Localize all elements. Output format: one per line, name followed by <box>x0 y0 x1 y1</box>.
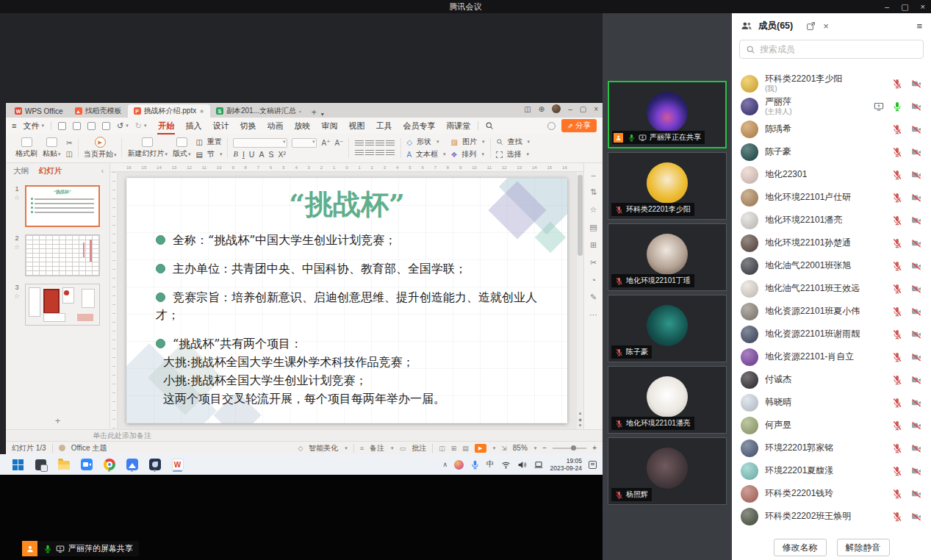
member-search-box[interactable] <box>739 40 924 59</box>
battery-device-icon[interactable] <box>533 460 544 470</box>
star-icon[interactable]: ☆ <box>14 292 20 300</box>
mic-muted-icon[interactable] <box>892 284 902 294</box>
member-row[interactable]: 地化环境22101潘亮 <box>732 209 931 231</box>
camera-off-icon[interactable] <box>910 147 922 157</box>
undo-icon[interactable]: ↺ <box>117 121 123 131</box>
menu-item[interactable]: 视图 <box>348 119 365 133</box>
chrome-icon[interactable] <box>103 457 115 472</box>
video-tile[interactable]: 地化环境22101潘亮 <box>608 366 727 434</box>
mic-muted-icon[interactable] <box>892 352 902 362</box>
select-button[interactable]: 选择▾ <box>496 149 531 159</box>
mic-muted-icon[interactable] <box>892 193 902 203</box>
member-row[interactable]: 环科类22202班王焕明 <box>732 505 931 528</box>
member-search-input[interactable] <box>760 44 917 54</box>
print-icon[interactable] <box>73 122 81 130</box>
preview-icon[interactable] <box>102 122 110 130</box>
more-icon[interactable]: ⋯ <box>589 310 597 320</box>
camera-off-icon[interactable] <box>910 420 922 431</box>
beautify-button[interactable]: 智能美化 <box>309 443 338 453</box>
theme-label[interactable]: Office 主题 <box>71 443 107 453</box>
member-row[interactable]: 何声昱 <box>732 414 931 437</box>
video-tile[interactable]: 杨照辉 <box>608 437 727 505</box>
paste-button[interactable]: 粘贴▾ <box>43 137 61 159</box>
camera-off-icon[interactable] <box>910 284 922 294</box>
menu-item[interactable]: 插入 <box>184 119 202 133</box>
font-style-button[interactable]: U <box>249 150 255 159</box>
menu-item[interactable]: 审阅 <box>320 119 338 133</box>
camera-off-icon[interactable] <box>910 352 922 362</box>
task-view-button[interactable] <box>35 457 47 472</box>
mic-muted-icon[interactable] <box>892 124 902 134</box>
zoom-level[interactable]: 85% <box>513 444 528 452</box>
wps-share-button[interactable]: ⇗ 分享 <box>561 119 597 132</box>
resources-icon[interactable]: ▤ <box>589 223 597 232</box>
number-list-icon[interactable] <box>365 140 374 147</box>
member-row[interactable]: 陈子豪 <box>732 140 931 163</box>
font-size-select[interactable] <box>292 138 317 148</box>
save-icon[interactable] <box>58 122 66 130</box>
textbox-button[interactable]: A 文本框▾ <box>406 149 445 159</box>
next-slide-button[interactable]: ▼ <box>578 423 583 428</box>
scrollbar-thumb[interactable] <box>578 175 583 256</box>
upload-cloud-icon[interactable] <box>547 122 556 130</box>
menu-item[interactable]: 会员专享 <box>402 119 436 133</box>
collapse-panel-icon[interactable]: ‹ <box>101 167 104 175</box>
redo-caret[interactable]: ▾ <box>144 123 147 129</box>
menu-item[interactable]: 工具 <box>375 119 392 133</box>
layout-button[interactable]: 版式▾ <box>173 137 191 159</box>
mic-muted-icon[interactable] <box>892 375 902 385</box>
new-slide-button[interactable]: 新建幻灯片▾ <box>127 137 168 159</box>
zoom-in-button[interactable]: + <box>592 444 597 452</box>
tab-list-caret[interactable]: ▾ <box>321 111 324 118</box>
minimize-button[interactable]: – <box>885 2 889 11</box>
close-panel-icon[interactable]: × <box>823 21 829 32</box>
mic-on-icon[interactable] <box>892 101 902 112</box>
start-from-page-button[interactable]: ▶ 当页开始▾ <box>84 137 117 159</box>
font-name-select[interactable] <box>233 138 287 148</box>
document-tab[interactable]: P 挑战杯介绍.pptx ∗ <box>128 104 210 118</box>
font-style-button[interactable]: X² <box>278 150 286 159</box>
slide-thumb-row[interactable]: 2 ☆ <box>12 234 105 276</box>
tray-mic-icon[interactable] <box>470 460 480 470</box>
favorites-icon[interactable]: ☆ <box>590 205 597 215</box>
tencent-meeting-icon[interactable] <box>80 457 93 472</box>
menu-item[interactable]: 放映 <box>293 119 311 133</box>
member-row[interactable]: 环境22201郭家铭 <box>732 437 931 459</box>
member-row[interactable]: 环境22201夏馥漾 <box>732 459 931 482</box>
fit-window-icon[interactable]: ⇲ <box>501 445 507 452</box>
member-row[interactable]: 付诚杰 <box>732 368 931 391</box>
member-row[interactable]: 地化油气22101班王效远 <box>732 277 931 300</box>
normal-view-icon[interactable]: ◫ <box>439 445 445 452</box>
video-tile[interactable]: 陈子豪 <box>608 295 727 362</box>
menu-item[interactable]: 雨课堂 <box>445 119 471 133</box>
pane-collapse-icon[interactable]: – <box>591 170 595 179</box>
align-left-icon[interactable] <box>355 150 364 157</box>
font-style-button[interactable]: B <box>233 150 237 158</box>
document-tab[interactable]: S 副本201...文稿讲汇总 • <box>210 104 307 118</box>
slide-panel-tab[interactable]: 幻灯片 <box>39 166 62 176</box>
slide-thumbnail-1[interactable]: “挑战杯” <box>25 185 100 227</box>
mic-muted-icon[interactable] <box>892 79 902 89</box>
slide-thumbnail-3[interactable] <box>25 284 100 326</box>
file-explorer-icon[interactable] <box>57 457 70 472</box>
menu-item[interactable]: 开始 <box>157 119 175 133</box>
reset-button[interactable]: ◫重置 <box>196 137 223 147</box>
wps-account-avatar[interactable] <box>552 104 561 113</box>
notification-center-icon[interactable] <box>589 461 597 469</box>
footer-button[interactable]: 解除静音 <box>837 539 890 556</box>
wifi-icon[interactable] <box>501 460 511 470</box>
previous-slide-button[interactable]: ▲ <box>578 411 583 415</box>
camera-off-icon[interactable] <box>910 215 922 226</box>
camera-off-icon[interactable] <box>910 101 922 112</box>
mic-muted-icon[interactable] <box>892 398 902 408</box>
member-row[interactable]: 地化资源22101班夏小伟 <box>732 300 931 323</box>
camera-off-icon[interactable] <box>910 443 922 453</box>
camera-off-icon[interactable] <box>910 466 922 476</box>
decrease-font-icon[interactable]: A⁻ <box>334 139 343 147</box>
file-menu[interactable]: 文件 <box>23 121 39 132</box>
justify-icon[interactable] <box>386 150 395 157</box>
editor-scrollbar[interactable] <box>577 172 583 429</box>
arrange-button[interactable]: ❖ 排列▾ <box>451 149 485 159</box>
sorter-view-icon[interactable]: ⊞ <box>451 445 457 452</box>
camera-off-icon[interactable] <box>910 511 922 522</box>
